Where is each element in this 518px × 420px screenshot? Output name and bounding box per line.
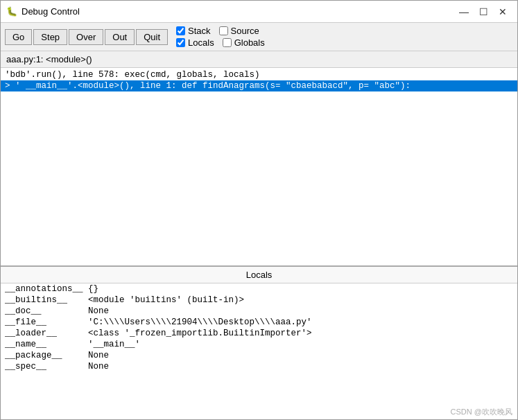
locals-panel: Locals __annotations__ {} __builtins__ <…	[1, 267, 517, 419]
close-button[interactable]: ✕	[494, 4, 512, 19]
over-button[interactable]: Over	[69, 29, 103, 45]
quit-button[interactable]: Quit	[136, 29, 168, 45]
locals-value-builtins: <module 'builtins' (built-in)>	[88, 295, 244, 305]
title-bar-buttons: — ☐ ✕	[455, 4, 512, 19]
locals-key-package: __package__	[5, 351, 88, 360]
stack-line-0[interactable]: 'bdb'.run(), line 578: exec(cmd, globals…	[1, 69, 517, 80]
toolbar: Go Step Over Out Quit Stack Source Local…	[1, 23, 517, 51]
locals-header: Locals	[1, 267, 517, 283]
locals-row-builtins: __builtins__ <module 'builtins' (built-i…	[1, 295, 517, 306]
locals-row-file: __file__ 'C:\\\\Users\\\\21904\\\\Deskto…	[1, 317, 517, 328]
locals-value-name: '__main__'	[88, 340, 140, 349]
locals-row-package: __package__ None	[1, 350, 517, 361]
stack-panel: 'bdb'.run(), line 578: exec(cmd, globals…	[1, 68, 517, 267]
stack-checkbox[interactable]	[176, 26, 185, 35]
window-icon: 🐛	[6, 6, 17, 17]
window-title: Debug Control	[21, 6, 80, 17]
source-label: Source	[231, 26, 259, 36]
locals-value-loader: <class '_frozen_importlib.BuiltinImporte…	[88, 329, 312, 338]
globals-checkbox-label[interactable]: Globals	[223, 37, 265, 48]
locals-key-spec: __spec__	[5, 362, 88, 371]
locals-value-file: 'C:\\\\Users\\\\21904\\\\Desktop\\\\aaa.…	[88, 317, 312, 327]
locals-key-doc: __doc__	[5, 306, 88, 316]
stack-checkbox-label[interactable]: Stack	[176, 26, 211, 36]
locals-row-doc: __doc__ None	[1, 306, 517, 317]
locals-checkbox[interactable]	[176, 38, 185, 47]
minimize-button[interactable]: —	[455, 4, 473, 19]
checkbox-group: Stack Source Locals Globals	[176, 26, 265, 48]
locals-value-package: None	[88, 351, 109, 360]
locals-key-builtins: __builtins__	[5, 295, 88, 305]
source-checkbox[interactable]	[219, 26, 228, 35]
step-button[interactable]: Step	[33, 29, 67, 45]
locals-value-annotations: {}	[88, 284, 98, 294]
locals-row-spec: __spec__ None	[1, 361, 517, 372]
out-button[interactable]: Out	[105, 29, 135, 45]
maximize-button[interactable]: ☐	[474, 4, 492, 19]
title-bar: 🐛 Debug Control — ☐ ✕	[1, 1, 517, 23]
locals-value-spec: None	[88, 362, 109, 371]
locals-key-file: __file__	[5, 317, 88, 327]
main-content: 'bdb'.run(), line 578: exec(cmd, globals…	[1, 68, 517, 419]
locals-row-loader: __loader__ <class '_frozen_importlib.Bui…	[1, 328, 517, 339]
locals-key-name: __name__	[5, 340, 88, 349]
stack-label: Stack	[188, 26, 211, 36]
locals-key-loader: __loader__	[5, 329, 88, 338]
locals-label: Locals	[188, 37, 214, 48]
title-bar-left: 🐛 Debug Control	[6, 6, 80, 17]
watermark: CSDN @吹吹晚风	[451, 407, 512, 417]
stack-line-1[interactable]: > ' __main__'.<module>(), line 1: def fi…	[1, 80, 517, 91]
locals-row-name: __name__ '__main__'	[1, 339, 517, 350]
status-bar: aaa.py:1: <module>()	[1, 51, 517, 68]
debug-control-window: 🐛 Debug Control — ☐ ✕ Go Step Over Out Q…	[0, 0, 518, 420]
status-text: aaa.py:1: <module>()	[6, 54, 92, 64]
locals-value-doc: None	[88, 306, 109, 316]
globals-label: Globals	[234, 37, 265, 48]
globals-checkbox[interactable]	[223, 38, 232, 47]
locals-content[interactable]: __annotations__ {} __builtins__ <module …	[1, 283, 517, 419]
locals-checkbox-label[interactable]: Locals	[176, 37, 214, 48]
locals-row-annotations: __annotations__ {}	[1, 283, 517, 295]
locals-key-annotations: __annotations__	[5, 284, 88, 294]
checkbox-row-2: Locals Globals	[176, 37, 265, 48]
go-button[interactable]: Go	[5, 29, 32, 45]
checkbox-row-1: Stack Source	[176, 26, 265, 36]
stack-content[interactable]: 'bdb'.run(), line 578: exec(cmd, globals…	[1, 68, 517, 265]
source-checkbox-label[interactable]: Source	[219, 26, 259, 36]
